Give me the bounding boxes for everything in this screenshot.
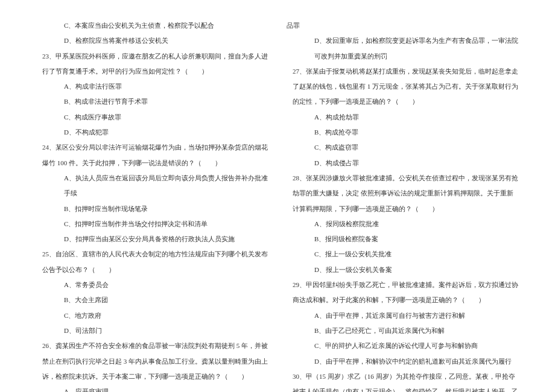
q28-option-d: D、报上一级公安机关备案 <box>287 262 519 277</box>
q23-option-a: A、构成非法行医罪 <box>36 79 268 94</box>
q23-option-b: B、构成非法进行节育手术罪 <box>36 94 268 109</box>
page-content: C、本案应当由公安机关为主侦查，检察院予以配合 D、检察院应当将案件移送公安机关… <box>0 0 555 392</box>
q25-stem: 25、自治区、直辖市的人民代表大会制定的地方性法规应由下列哪个机关发布公告予以公… <box>36 247 268 277</box>
q29-option-a: A、由于甲在押，其近亲属可自行与被害方进行和解 <box>287 308 519 323</box>
q25-option-c: C、地方政府 <box>36 308 268 323</box>
q23-stem: 23、甲系某医院外科医师，应邀在朋友乙的私人诊所兼职期间，擅自为多人进行了节育复… <box>36 49 268 80</box>
left-column: C、本案应当由公安机关为主侦查，检察院予以配合 D、检察院应当将案件移送公安机关… <box>36 18 268 392</box>
q24-option-c: C、扣押时应当制作并当场交付扣押决定书和清单 <box>36 217 268 232</box>
q26-option-a: A、应开庭审理 <box>36 384 268 392</box>
q29-option-d: D、由于甲在押，和解协议中约定的赔礼道歉可由其近亲属代为履行 <box>287 354 519 369</box>
q24-option-d: D、扣押应当由某区公安分局具备资格的行政执法人员实施 <box>36 232 268 247</box>
q28-option-b: B、报同级检察院备案 <box>287 232 519 247</box>
q28-option-a: A、报同级检察院批准 <box>287 217 519 232</box>
q23-option-d: D、不构成犯罪 <box>36 125 268 140</box>
q29-stem: 29、甲因邻里纠纷失手致乙死亡，甲被批准逮捕。案件起诉后，双方拟通过协商达成和解… <box>287 277 519 308</box>
q27-option-a: A、构成抢劫罪 <box>287 110 519 125</box>
q27-option-b: B、构成抢夺罪 <box>287 125 519 140</box>
q24-stem: 24、某区公安分局以非法许可运输烟花爆竹为由，当场扣押孙某杂货店的烟花爆竹 10… <box>36 140 268 171</box>
q25-option-a: A、常务委员会 <box>36 277 268 292</box>
q24-option-b: B、扣押时应当制作现场笔录 <box>36 201 268 217</box>
q23-option-c: C、构成医疗事故罪 <box>36 110 268 125</box>
q25-option-d: D、司法部门 <box>36 323 268 338</box>
q22-option-c: C、本案应当由公安机关为主侦查，检察院予以配合 <box>36 18 268 33</box>
q26-option-d: D、发回重审后，如检察院变更起诉罪名为生产有害食品罪，一审法院可改判并加重龚某的… <box>287 33 519 64</box>
q28-option-c: C、报上一级公安机关批准 <box>287 247 519 262</box>
q27-stem: 27、张某由于报复动机将赵某打成重伤，发现赵某丧失知觉后，临时起意拿走了赵某的钱… <box>287 64 519 110</box>
q27-option-c: C、构成盗窃罪 <box>287 140 519 155</box>
q28-stem: 28、张某因涉嫌放火罪被批准逮捕。公安机关在侦查过程中，发现张某另有抢劫罪的重大… <box>287 171 519 217</box>
q25-option-b: B、大会主席团 <box>36 292 268 308</box>
q29-option-b: B、由于乙已经死亡，可由其近亲属代为和解 <box>287 323 519 338</box>
q24-option-a: A、执法人员应当在返回该分局后立即向该分局负责人报告并补办批准手续 <box>36 171 268 201</box>
q29-option-c: C、甲的辩护人和乙近亲属的诉讼代理人可参与和解协商 <box>287 338 519 353</box>
q22-option-d: D、检察院应当将案件移送公安机关 <box>36 33 268 48</box>
right-column: 品罪 D、发回重审后，如检察院变更起诉罪名为生产有害食品罪，一审法院可改判并加重… <box>287 18 519 392</box>
q26-stem: 26、龚某因生产不符合安全标准的食品罪被一审法院判处有期徒刑 5 年，并被禁止在… <box>36 338 268 384</box>
q30-stem: 30、甲（15 周岁）求乙（16 周岁）为其抢夺作接应，乙同意。某夜，甲抢夺被害… <box>287 369 519 392</box>
q27-option-d: D、构成侵占罪 <box>287 156 519 171</box>
q26-cont: 品罪 <box>287 18 519 33</box>
